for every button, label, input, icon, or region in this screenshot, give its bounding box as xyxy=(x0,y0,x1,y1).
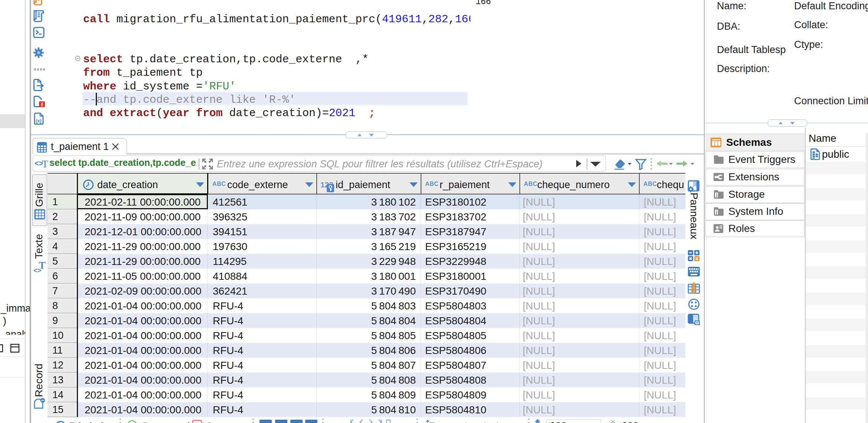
svg-text:{x}: {x} xyxy=(36,118,42,124)
svg-text:<>: <> xyxy=(33,267,41,274)
svg-text:T: T xyxy=(42,158,48,170)
